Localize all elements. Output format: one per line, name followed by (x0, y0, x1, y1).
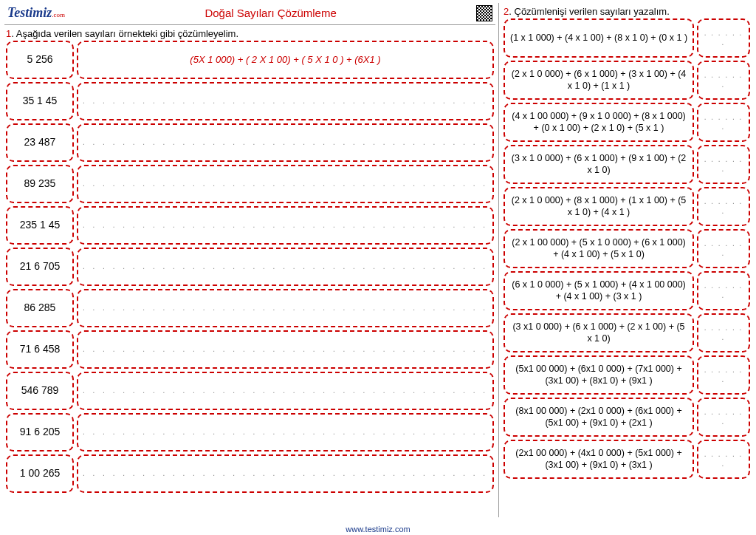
q2-expression-box: (5x1 00 000) + (6x1 0 000) + (7x1 000) +… (504, 355, 694, 395)
q2-expression-box: (1 x 1 000) + (4 x 1 00) + (8 x 1 0) + (… (504, 18, 694, 58)
q1-number-box: 23 487 (6, 123, 74, 162)
q2-answer-box[interactable]: . . . . . . . (697, 440, 750, 479)
q2-expression-box: (8x1 00 000) + (2x1 0 000) + (6x1 000) +… (504, 398, 694, 437)
q2-row: (4 x 1 00 000) + (9 x 1 0 000) + (8 x 1 … (504, 103, 750, 142)
q2-expression-box: (2x1 00 000) + (4x1 0 000) + (5x1 000) +… (504, 440, 694, 479)
q2-row: (8x1 00 000) + (2x1 0 000) + (6x1 000) +… (504, 398, 750, 437)
q1-expansion-box[interactable]: . . . . . . . . . . . . . . . . . . . . … (77, 454, 494, 493)
q2-answer-box[interactable]: . . . . . . . (697, 187, 750, 226)
q1-row: 89 235 . . . . . . . . . . . . . . . . .… (6, 165, 494, 203)
q1-number-box: 5 256 (6, 41, 74, 79)
page-header: Testimiz.com Doğal Sayıları Çözümleme (4, 3, 495, 25)
q1-number-box: 35 1 45 (6, 82, 74, 120)
q1-expansion-box[interactable]: . . . . . . . . . . . . . . . . . . . . … (77, 289, 494, 327)
q2-answer-box[interactable]: . . . . . . . (697, 271, 750, 310)
q2-rows: (1 x 1 000) + (4 x 1 00) + (8 x 1 0) + (… (502, 18, 752, 517)
q1-number-box: 21 6 705 (6, 248, 74, 286)
q2-row: (6 x 1 0 000) + (5 x 1 000) + (4 x 1 00 … (504, 271, 750, 310)
q1-number-box: 1 00 265 (6, 454, 74, 493)
q2-row: (5x1 00 000) + (6x1 0 000) + (7x1 000) +… (504, 355, 750, 395)
q1-expansion-box[interactable]: . . . . . . . . . . . . . . . . . . . . … (77, 372, 494, 410)
q2-row: (2 x 1 0 000) + (8 x 1 000) + (1 x 1 00)… (504, 187, 750, 226)
q2-row: (2x1 00 000) + (4x1 0 000) + (5x1 000) +… (504, 440, 750, 479)
q1-expansion-box[interactable]: . . . . . . . . . . . . . . . . . . . . … (77, 82, 494, 120)
left-column: Testimiz.com Doğal Sayıları Çözümleme 1.… (4, 3, 495, 517)
q2-text: . Çözümlenişi verilen sayıları yazalım. (509, 6, 669, 17)
q1-number-box: 91 6 205 (6, 413, 74, 451)
right-column: 2. Çözümlenişi verilen sayıları yazalım.… (502, 3, 752, 517)
q2-expression-box: (2 x 1 0 000) + (6 x 1 000) + (3 x 1 00)… (504, 61, 694, 100)
q1-number-box: 71 6 458 (6, 330, 74, 369)
q2-answer-box[interactable]: . . . . . . . (697, 355, 750, 395)
q1-expansion-box[interactable]: . . . . . . . . . . . . . . . . . . . . … (77, 123, 494, 162)
brand-logo: Testimiz.com (7, 5, 65, 21)
q1-row: 35 1 45 . . . . . . . . . . . . . . . . … (6, 82, 494, 120)
q2-answer-box[interactable]: . . . . . . . (697, 18, 750, 58)
q2-row: (1 x 1 000) + (4 x 1 00) + (8 x 1 0) + (… (504, 18, 750, 58)
column-divider (498, 3, 499, 517)
q1-rows: 5 256 (5X 1 000) + ( 2 X 1 00) + ( 5 X 1… (4, 41, 495, 517)
q1-expansion-box[interactable]: . . . . . . . . . . . . . . . . . . . . … (77, 248, 494, 286)
q1-number-box: 89 235 (6, 165, 74, 203)
q2-row: (3 x1 0 000) + (6 x 1 000) + (2 x 1 00) … (504, 313, 750, 352)
q2-answer-box[interactable]: . . . . . . . (697, 398, 750, 437)
q1-row: 71 6 458 . . . . . . . . . . . . . . . .… (6, 330, 494, 369)
worksheet-page: Testimiz.com Doğal Sayıları Çözümleme 1.… (0, 0, 756, 517)
q1-number-box: 86 285 (6, 289, 74, 327)
q1-row: 546 789 . . . . . . . . . . . . . . . . … (6, 372, 494, 410)
q2-answer-box[interactable]: . . . . . . . (697, 229, 750, 268)
q1-row: 91 6 205 . . . . . . . . . . . . . . . .… (6, 413, 494, 451)
q2-expression-box: (2 x 1 0 000) + (8 x 1 000) + (1 x 1 00)… (504, 187, 694, 226)
q1-row: 86 285 . . . . . . . . . . . . . . . . .… (6, 289, 494, 327)
q2-row: (3 x 1 0 000) + (6 x 1 000) + (9 x 1 00)… (504, 145, 750, 184)
q2-expression-box: (6 x 1 0 000) + (5 x 1 000) + (4 x 1 00 … (504, 271, 694, 310)
footer-url: www.testimiz.com (0, 525, 756, 534)
q1-expansion-box[interactable]: . . . . . . . . . . . . . . . . . . . . … (77, 165, 494, 203)
q1-row: 235 1 45 . . . . . . . . . . . . . . . .… (6, 206, 494, 245)
q1-expansion-box[interactable]: . . . . . . . . . . . . . . . . . . . . … (77, 330, 494, 369)
q2-instruction: 2. Çözümlenişi verilen sayıları yazalım. (502, 3, 752, 18)
q1-row: 1 00 265 . . . . . . . . . . . . . . . .… (6, 454, 494, 493)
q1-expansion-box[interactable]: . . . . . . . . . . . . . . . . . . . . … (77, 413, 494, 451)
q1-number-box: 546 789 (6, 372, 74, 410)
q2-answer-box[interactable]: . . . . . . . (697, 103, 750, 142)
q1-number-box: 235 1 45 (6, 206, 74, 245)
q1-row: 23 487 . . . . . . . . . . . . . . . . .… (6, 123, 494, 162)
q2-expression-box: (4 x 1 00 000) + (9 x 1 0 000) + (8 x 1 … (504, 103, 694, 142)
q1-text: . Aşağıda verilen sayıları örnekteki gib… (11, 28, 238, 39)
q1-instruction: 1. Aşağıda verilen sayıları örnekteki gi… (4, 25, 495, 41)
q2-answer-box[interactable]: . . . . . . . (697, 61, 750, 100)
page-title: Doğal Sayıları Çözümleme (65, 7, 476, 19)
brand-suffix: .com (52, 11, 65, 18)
q2-row: (2 x 1 0 000) + (6 x 1 000) + (3 x 1 00)… (504, 61, 750, 100)
q2-row: (2 x 1 00 000) + (5 x 1 0 000) + (6 x 1 … (504, 229, 750, 268)
q2-expression-box: (3 x1 0 000) + (6 x 1 000) + (2 x 1 00) … (504, 313, 694, 352)
q2-expression-box: (2 x 1 00 000) + (5 x 1 0 000) + (6 x 1 … (504, 229, 694, 268)
q1-row: 5 256 (5X 1 000) + ( 2 X 1 00) + ( 5 X 1… (6, 41, 494, 79)
brand-name: Testimiz (7, 5, 52, 20)
q2-answer-box[interactable]: . . . . . . . (697, 313, 750, 352)
q2-expression-box: (3 x 1 0 000) + (6 x 1 000) + (9 x 1 00)… (504, 145, 694, 184)
q1-expansion-box[interactable]: (5X 1 000) + ( 2 X 1 00) + ( 5 X 1 0 ) +… (77, 41, 494, 79)
q2-answer-box[interactable]: . . . . . . . (697, 145, 750, 184)
q1-expansion-box[interactable]: . . . . . . . . . . . . . . . . . . . . … (77, 206, 494, 245)
qr-icon (476, 5, 492, 21)
q1-row: 21 6 705 . . . . . . . . . . . . . . . .… (6, 248, 494, 286)
